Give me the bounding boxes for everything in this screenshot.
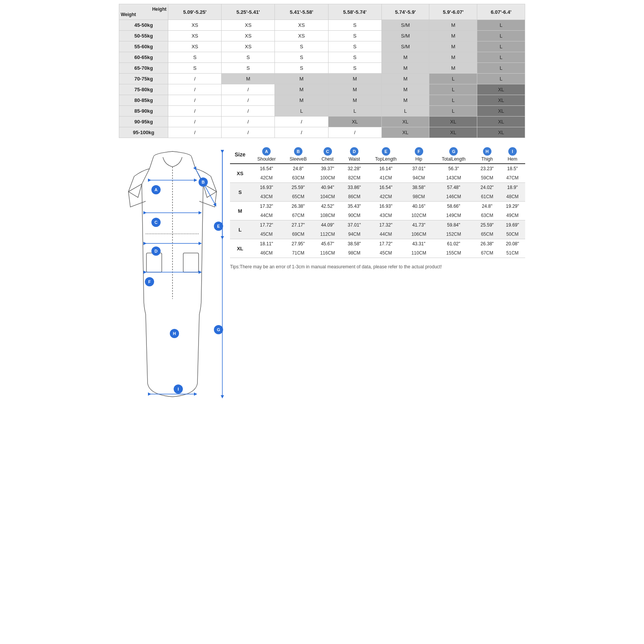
measurement-value-in: 32.28": [342, 164, 367, 173]
measurement-value-in: 33.86": [342, 183, 367, 192]
size-chart-cell: XS: [222, 41, 275, 52]
measurement-value-cm: 94CM: [405, 173, 433, 183]
size-chart-cell: S: [328, 31, 381, 41]
size-chart-cell: L: [477, 63, 525, 74]
svg-text:C: C: [154, 220, 158, 225]
size-chart-cell: M: [328, 95, 381, 106]
size-chart-cell: /: [168, 117, 222, 127]
measurement-value-cm: 43CM: [367, 211, 405, 220]
measurement-value-cm: 152CM: [433, 230, 474, 239]
measurement-value-in: 18.11": [250, 239, 283, 249]
measurement-value-cm: 51CM: [500, 248, 525, 258]
size-chart-row: 50-55kgXSXSXSSS/MML: [119, 31, 525, 41]
size-chart-cell: XL: [477, 127, 525, 138]
size-chart-cell: /: [168, 95, 222, 106]
size-chart-cell: /: [168, 106, 222, 117]
measurement-value-in: 38.58": [342, 239, 367, 249]
size-chart-cell: L: [477, 52, 525, 63]
measurement-value-cm: 94CM: [342, 230, 367, 239]
measurement-value-cm: 41CM: [367, 173, 405, 183]
size-chart-cell: /: [222, 95, 275, 106]
size-chart-cell: L: [429, 84, 477, 95]
size-chart-row: 45-50kgXSXSXSSS/MML: [119, 20, 525, 31]
measurement-value-in: 17.72": [250, 220, 283, 230]
measurement-value-cm: 42CM: [250, 173, 283, 183]
measurement-row-cm: 45CM69CM112CM94CM44CM106CM152CM65CM50CM: [230, 230, 525, 239]
size-chart-cell: M: [328, 84, 381, 95]
measurement-value-in: 23.23": [475, 164, 500, 173]
measurement-row-in: M17.32"26.38"42.52"35.43"16.93"40.16"58.…: [230, 202, 525, 211]
size-label: M: [230, 202, 250, 220]
svg-text:E: E: [217, 224, 220, 228]
measurement-value-in: 59.84": [433, 220, 474, 230]
size-chart-cell: S: [222, 52, 275, 63]
measurement-value-cm: 106CM: [405, 230, 433, 239]
height-col-1: 5.09'-5.25': [168, 4, 222, 20]
size-chart-cell: S: [222, 63, 275, 74]
size-chart-table: Height Weight 5.09'-5.25' 5.25'-5.41' 5.…: [119, 4, 525, 138]
measurement-value-cm: 67CM: [475, 248, 500, 258]
measurement-value-cm: 63CM: [283, 173, 314, 183]
garment-diagram: A B C D E: [119, 146, 226, 406]
measurement-header-row: Size AShoulder BSleeveB CChest DWaist ET…: [230, 146, 525, 164]
size-chart-cell: /: [222, 106, 275, 117]
measurement-value-in: 17.32": [250, 202, 283, 211]
height-col-7: 6.07'-6.4': [477, 4, 525, 20]
size-chart-cell: M: [275, 84, 328, 95]
size-chart-row: 60-65kgSSSSMML: [119, 52, 525, 63]
measurement-value-cm: 143CM: [433, 173, 474, 183]
col-header-G: GTotalLength: [433, 146, 474, 164]
measurement-value-in: 57.48": [433, 183, 474, 192]
size-chart-cell: L: [429, 95, 477, 106]
size-chart-cell: L: [275, 106, 328, 117]
size-chart-cell: /: [168, 127, 222, 138]
measurement-value-cm: 102CM: [405, 211, 433, 220]
measurement-value-in: 61.02": [433, 239, 474, 249]
measurement-value-in: 27.17": [283, 220, 314, 230]
size-chart-cell: XL: [477, 117, 525, 127]
size-chart-cell: M: [381, 84, 429, 95]
size-chart-cell: S: [328, 63, 381, 74]
size-chart-cell: XL: [429, 117, 477, 127]
size-chart-row: 65-70kgSSSSMML: [119, 63, 525, 74]
measurement-value-in: 16.54": [367, 183, 405, 192]
size-label: XS: [230, 164, 250, 183]
size-chart-cell: L: [477, 41, 525, 52]
measurement-value-in: 41.73": [405, 220, 433, 230]
height-weight-header: Height Weight: [119, 4, 168, 20]
size-chart-cell: XS: [275, 20, 328, 31]
size-chart-cell: M: [381, 52, 429, 63]
size-chart-cell: XS: [275, 31, 328, 41]
measurement-value-cm: 100CM: [314, 173, 342, 183]
measurement-value-cm: 42CM: [367, 192, 405, 202]
measurement-value-cm: 47CM: [500, 173, 525, 183]
measurement-table: Size AShoulder BSleeveB CChest DWaist ET…: [230, 146, 525, 258]
measurement-value-in: 17.32": [367, 220, 405, 230]
size-label: L: [230, 220, 250, 239]
size-chart-cell: /: [222, 117, 275, 127]
measurement-value-in: 26.38": [475, 239, 500, 249]
size-chart-cell: L: [477, 31, 525, 41]
size-chart-cell: /: [222, 127, 275, 138]
size-chart-cell: XL: [477, 95, 525, 106]
measurement-value-in: 16.14": [367, 164, 405, 173]
measurement-value-cm: 50CM: [500, 230, 525, 239]
measurement-value-in: 24.8": [283, 164, 314, 173]
size-chart-cell: M: [381, 63, 429, 74]
measurement-row-cm: 42CM63CM100CM82CM41CM94CM143CM59CM47CM: [230, 173, 525, 183]
measurement-value-cm: 155CM: [433, 248, 474, 258]
measurement-value-cm: 82CM: [342, 173, 367, 183]
measurement-value-in: 17.72": [367, 239, 405, 249]
measurement-value-in: 25.59": [283, 183, 314, 192]
bottom-section: A B C D E: [119, 146, 525, 406]
col-header-H: HThigh: [475, 146, 500, 164]
measurement-row-cm: 46CM71CM116CM98CM45CM110CM155CM67CM51CM: [230, 248, 525, 258]
measurement-value-cm: 44CM: [250, 211, 283, 220]
measurement-value-cm: 61CM: [475, 192, 500, 202]
size-chart-cell: L: [429, 74, 477, 84]
size-chart-cell: M: [222, 74, 275, 84]
measurement-value-in: 27.95": [283, 239, 314, 249]
measurement-value-in: 25.59": [475, 220, 500, 230]
measurement-section: Size AShoulder BSleeveB CChest DWaist ET…: [230, 146, 525, 269]
measurement-value-in: 18.5": [500, 164, 525, 173]
